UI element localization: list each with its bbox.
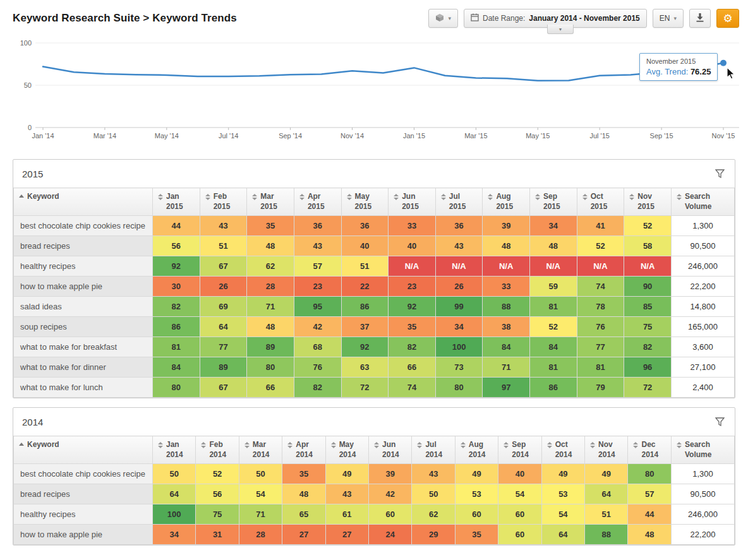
search-volume-column-header[interactable]: SearchVolume — [672, 436, 735, 464]
keyword-cell: what to make for breakfast — [14, 337, 153, 357]
sort-icon — [252, 194, 257, 200]
trend-chart: 050100Jan '14Mar '14May '14Jul '14Sep '1… — [6, 34, 742, 150]
trend-value-cell: 49 — [585, 464, 628, 484]
month-column-header[interactable]: Apr2015 — [294, 188, 341, 216]
month-column-header[interactable]: Mar2014 — [239, 436, 282, 464]
trend-value-cell: 68 — [294, 337, 341, 357]
month-column-header[interactable]: Jan2015 — [153, 188, 200, 216]
search-volume-cell: 14,800 — [672, 297, 735, 317]
date-range-label: Date Range: — [483, 14, 525, 23]
trend-value-cell: 34 — [530, 216, 577, 236]
keyword-cell: best chocolate chip cookies recipe — [14, 464, 153, 484]
sort-icon — [244, 442, 250, 448]
trend-value-cell: 37 — [341, 317, 389, 337]
keyword-column-header[interactable]: Keyword — [14, 436, 153, 464]
month-column-header[interactable]: Oct2014 — [541, 436, 584, 464]
trend-value-cell: 60 — [498, 525, 541, 545]
filter-icon[interactable] — [714, 416, 726, 427]
trend-value-cell: 100 — [153, 504, 196, 525]
sort-icon — [677, 442, 682, 448]
month-column-header[interactable]: Sep2014 — [498, 436, 541, 464]
trend-value-cell: 33 — [483, 277, 530, 297]
trend-value-cell: 80 — [247, 357, 294, 378]
month-column-header[interactable]: Aug2014 — [455, 436, 498, 464]
month-column-header[interactable]: Nov2014 — [585, 436, 628, 464]
trend-value-cell: 54 — [239, 484, 282, 504]
trend-value-cell: 86 — [530, 378, 577, 398]
keyword-cell: best chocolate chip cookies recipe — [14, 216, 153, 236]
apps-cube-button[interactable]: ▾ — [428, 9, 458, 28]
section-title: 2014 — [22, 417, 43, 427]
trend-value-cell: 52 — [624, 216, 672, 236]
table-row: what to make for dinner84898076636673718… — [14, 357, 735, 378]
search-volume-cell: 1,300 — [672, 216, 735, 236]
y-tick-label: 50 — [24, 81, 32, 89]
topbar: Keyword Research Suite > Keyword Trends … — [0, 0, 748, 33]
month-column-header[interactable]: May2015 — [341, 188, 389, 216]
filter-icon[interactable] — [714, 168, 726, 179]
download-button[interactable] — [689, 9, 711, 28]
month-column-header[interactable]: Mar2015 — [247, 188, 294, 216]
sort-icon — [547, 442, 552, 448]
sort-icon — [374, 442, 379, 448]
trend-value-cell: 35 — [247, 216, 294, 236]
month-column-header[interactable]: Aug2015 — [483, 188, 530, 216]
month-column-header[interactable]: Feb2015 — [200, 188, 247, 216]
month-column-header[interactable]: Oct2015 — [577, 188, 624, 216]
trend-value-cell: 75 — [624, 317, 672, 337]
month-column-header[interactable]: Dec2014 — [628, 436, 672, 464]
trend-value-cell: 51 — [200, 236, 247, 256]
table-row: bread recipes565148434040434848525890,50… — [14, 236, 735, 256]
x-tick-label: Mar '14 — [94, 132, 116, 140]
month-column-header[interactable]: Jul2014 — [412, 436, 455, 464]
trend-value-cell: 31 — [196, 525, 239, 545]
trend-value-cell: 96 — [624, 357, 672, 378]
chart-end-point[interactable] — [720, 60, 727, 66]
month-column-header[interactable]: Nov2015 — [624, 188, 672, 216]
trend-value-cell: 40 — [341, 236, 389, 256]
table-section-2015: 2015 KeywordJan2015Feb2015Mar2015Apr2015… — [13, 159, 735, 398]
month-column-header[interactable]: Jun2014 — [369, 436, 412, 464]
table-header-row: KeywordJan2014Feb2014Mar2014Apr2014May20… — [14, 436, 735, 464]
month-column-header[interactable]: Feb2014 — [196, 436, 239, 464]
table-row: healthy recipes1007571656160626060545144… — [14, 504, 735, 525]
x-tick-label: May '14 — [155, 132, 179, 140]
month-column-header[interactable]: Jun2015 — [389, 188, 436, 216]
x-tick-label: Jul '14 — [219, 132, 238, 140]
trend-value-cell: 80 — [628, 464, 672, 484]
settings-button[interactable]: ⚙ — [716, 9, 739, 28]
trend-value-cell: 82 — [153, 297, 200, 317]
trend-value-cell: N/A — [577, 256, 624, 277]
x-tick-label: Nov '15 — [712, 132, 735, 140]
language-button[interactable]: EN ▾ — [653, 9, 684, 28]
trend-value-cell: 71 — [239, 504, 282, 525]
month-column-header[interactable]: Sep2015 — [530, 188, 577, 216]
keyword-column-header[interactable]: Keyword — [14, 188, 153, 216]
trend-value-cell: 85 — [624, 297, 672, 317]
sort-icon — [331, 442, 336, 448]
search-volume-cell: 22,200 — [672, 525, 735, 545]
keyword-cell: healthy recipes — [14, 504, 153, 525]
trend-value-cell: 64 — [153, 484, 196, 504]
month-column-header[interactable]: Jan2014 — [153, 436, 196, 464]
trend-value-cell: 41 — [577, 216, 624, 236]
sort-icon — [299, 194, 305, 200]
trend-value-cell: 81 — [153, 337, 200, 357]
trend-value-cell: 74 — [389, 378, 436, 398]
trend-value-cell: 89 — [247, 337, 294, 357]
month-column-header[interactable]: Jul2015 — [435, 188, 483, 216]
chart-collapse-toggle[interactable]: ▾ — [547, 25, 574, 34]
month-column-header[interactable]: May2014 — [325, 436, 368, 464]
trend-value-cell: 50 — [153, 464, 196, 484]
trend-value-cell: 44 — [153, 216, 200, 236]
trend-value-cell: 95 — [294, 297, 341, 317]
trend-value-cell: 58 — [624, 236, 672, 256]
month-column-header[interactable]: Apr2014 — [282, 436, 325, 464]
keyword-cell: healthy recipes — [14, 256, 153, 277]
tooltip-label: Avg. Trend: — [646, 67, 688, 76]
trend-value-cell: 82 — [624, 337, 672, 357]
search-volume-column-header[interactable]: SearchVolume — [672, 188, 735, 216]
trend-value-cell: 53 — [541, 484, 584, 504]
calendar-icon — [471, 13, 479, 23]
trend-value-cell: N/A — [624, 256, 672, 277]
